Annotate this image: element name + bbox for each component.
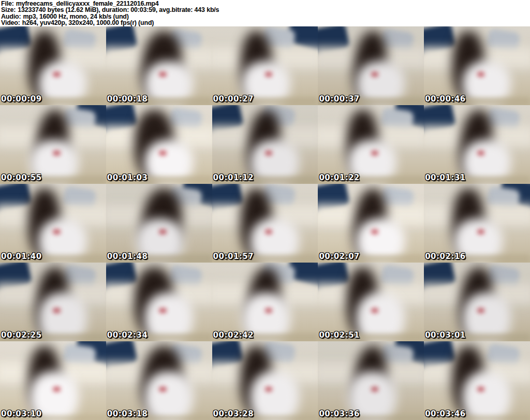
thumbnail-image-placeholder <box>212 26 318 105</box>
thumbnail-image-placeholder <box>318 105 424 184</box>
video-thumbnail: 00:01:12 <box>212 105 318 184</box>
thumbnail-image-placeholder <box>212 263 318 341</box>
red-accent-blob <box>159 151 166 155</box>
thumbnail-image-placeholder <box>106 184 212 263</box>
thumbnail-grid: 00:00:09 00:00:18 00:00:27 <box>0 26 530 420</box>
video-thumbnail: 00:02:16 <box>424 184 530 263</box>
thumbnail-image-placeholder <box>424 263 530 341</box>
thumbnail-image-placeholder <box>0 26 106 105</box>
video-thumbnail: 00:03:01 <box>424 263 530 341</box>
thumbnail-image-placeholder <box>424 184 530 263</box>
thumbnail-timestamp: 00:00:46 <box>425 94 466 104</box>
thumbnail-image-placeholder <box>212 105 318 184</box>
thumbnail-timestamp: 00:00:27 <box>213 94 254 104</box>
video-thumbnail: 00:00:27 <box>212 26 318 105</box>
red-accent-blob <box>53 72 60 77</box>
video-thumbnail: 00:01:22 <box>318 105 424 184</box>
light-color-blob <box>144 371 193 420</box>
thumbnail-timestamp: 00:02:34 <box>107 330 148 340</box>
red-accent-blob <box>159 72 166 77</box>
video-thumbnail: 00:01:57 <box>212 184 318 263</box>
thumbnail-timestamp: 00:02:16 <box>425 252 466 261</box>
video-thumbnail: 00:03:28 <box>212 341 318 420</box>
thumbnail-image-placeholder <box>106 341 212 420</box>
thumbnail-image-placeholder <box>424 26 530 105</box>
video-thumbnail: 00:01:48 <box>106 184 212 263</box>
thumbnail-timestamp: 00:02:25 <box>1 330 42 340</box>
video-thumbnail: 00:02:34 <box>106 263 212 341</box>
video-thumbnail: 00:00:46 <box>424 26 530 105</box>
thumbnail-image-placeholder <box>0 105 106 184</box>
thumbnail-timestamp: 00:00:37 <box>319 94 360 104</box>
thumbnail-timestamp: 00:03:36 <box>319 409 360 418</box>
video-thumbnail: 00:00:37 <box>318 26 424 105</box>
video-value: h264, yuv420p, 320x240, 1000.00 fps(r) (… <box>22 19 154 26</box>
red-accent-blob <box>53 308 60 313</box>
light-color-blob <box>250 371 299 420</box>
video-thumbnail: 00:03:46 <box>424 341 530 420</box>
red-accent-blob <box>53 151 60 155</box>
file-info-header: File:myfreecams_dellicyaxxx_female_22112… <box>0 0 530 26</box>
thumbnail-timestamp: 00:00:18 <box>107 94 148 104</box>
thumbnail-timestamp: 00:01:31 <box>425 173 466 182</box>
thumbnail-image-placeholder <box>0 263 106 341</box>
thumbnail-image-placeholder <box>318 26 424 105</box>
video-thumbnail: 00:01:03 <box>106 105 212 184</box>
thumbnail-timestamp: 00:03:28 <box>213 409 254 418</box>
thumbnail-timestamp: 00:01:48 <box>107 252 148 261</box>
thumbnail-image-placeholder <box>106 26 212 105</box>
video-thumbnail: 00:02:42 <box>212 263 318 341</box>
thumbnail-timestamp: 00:03:46 <box>425 409 466 418</box>
thumbnail-image-placeholder <box>424 341 530 420</box>
video-thumbnail: 00:02:07 <box>318 184 424 263</box>
thumbnail-timestamp: 00:03:18 <box>107 409 148 418</box>
thumbnail-timestamp: 00:01:57 <box>213 252 254 261</box>
video-contact-sheet: File:myfreecams_dellicyaxxx_female_22112… <box>0 0 530 420</box>
red-accent-blob <box>53 229 60 234</box>
thumbnail-image-placeholder <box>212 184 318 263</box>
thumbnail-image-placeholder <box>106 105 212 184</box>
thumbnail-image-placeholder <box>318 263 424 341</box>
thumbnail-timestamp: 00:01:12 <box>213 173 254 182</box>
video-thumbnail: 00:00:09 <box>0 26 106 105</box>
thumbnail-timestamp: 00:01:22 <box>319 173 360 182</box>
video-thumbnail: 00:03:36 <box>318 341 424 420</box>
thumbnail-timestamp: 00:03:01 <box>425 330 466 340</box>
video-thumbnail: 00:03:18 <box>106 341 212 420</box>
video-thumbnail: 00:02:25 <box>0 263 106 341</box>
thumbnail-timestamp: 00:01:03 <box>107 173 148 182</box>
video-thumbnail: 00:00:55 <box>0 105 106 184</box>
light-color-blob <box>462 371 511 420</box>
red-accent-blob <box>159 308 166 313</box>
thumbnail-timestamp: 00:02:07 <box>319 252 360 261</box>
thumbnail-image-placeholder <box>318 184 424 263</box>
thumbnail-image-placeholder <box>106 263 212 341</box>
thumbnail-timestamp: 00:01:40 <box>1 252 42 261</box>
video-label: Video: <box>1 19 20 26</box>
red-accent-blob <box>159 387 166 392</box>
video-thumbnail: 00:01:40 <box>0 184 106 263</box>
red-accent-blob <box>159 229 166 234</box>
thumbnail-timestamp: 00:03:10 <box>1 409 42 418</box>
file-info-line-video: Video:h264, yuv420p, 320x240, 1000.00 fp… <box>1 20 530 26</box>
video-thumbnail: 00:00:18 <box>106 26 212 105</box>
thumbnail-timestamp: 00:02:51 <box>319 330 360 340</box>
video-thumbnail: 00:03:10 <box>0 341 106 420</box>
thumbnail-timestamp: 00:00:55 <box>1 173 42 182</box>
thumbnail-image-placeholder <box>0 341 106 420</box>
thumbnail-image-placeholder <box>318 341 424 420</box>
red-accent-blob <box>53 387 60 392</box>
video-thumbnail: 00:02:51 <box>318 263 424 341</box>
thumbnail-timestamp: 00:02:42 <box>213 330 254 340</box>
thumbnail-image-placeholder <box>212 341 318 420</box>
thumbnail-image-placeholder <box>424 105 530 184</box>
thumbnail-timestamp: 00:00:09 <box>1 94 42 104</box>
video-thumbnail: 00:01:31 <box>424 105 530 184</box>
thumbnail-image-placeholder <box>0 184 106 263</box>
